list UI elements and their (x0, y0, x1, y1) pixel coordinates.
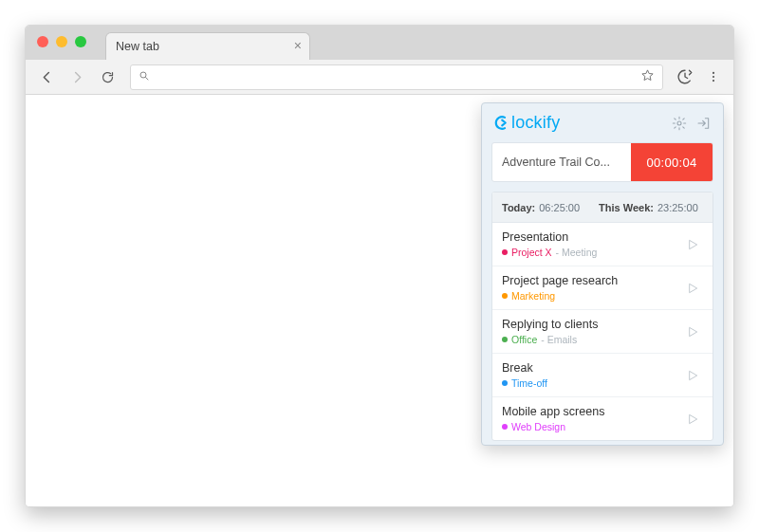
brand-text: lockify (511, 113, 560, 133)
entry-tag: - Emails (541, 334, 577, 345)
browser-window: New tab × (25, 25, 734, 507)
timer-elapsed: 00:00:04 (646, 156, 696, 170)
bookmark-star-icon[interactable] (640, 68, 655, 86)
reload-button[interactable] (94, 64, 120, 90)
entry-meta: Marketing (502, 290, 618, 302)
clockify-logo-icon (493, 115, 509, 131)
address-bar[interactable] (130, 64, 663, 90)
time-entry[interactable]: BreakTime-off (492, 354, 713, 397)
back-button[interactable] (33, 64, 60, 90)
play-entry-button[interactable] (682, 234, 703, 255)
popup-header: lockify (482, 103, 723, 140)
svg-point-1 (713, 72, 714, 74)
today-summary: Today:06:25:00 (502, 202, 580, 213)
entry-title: Project page research (502, 274, 618, 287)
svg-point-4 (677, 121, 681, 125)
close-tab-button[interactable]: × (294, 39, 302, 52)
project-color-dot (502, 380, 508, 386)
tab-title: New tab (116, 40, 159, 53)
time-entry[interactable]: Replying to clientsOffice - Emails (492, 310, 713, 354)
svg-point-2 (713, 76, 714, 78)
svg-point-3 (713, 80, 714, 82)
timer-description[interactable]: Adventure Trail Co... (492, 156, 631, 169)
time-entry[interactable]: Mobile app screensWeb Design (492, 397, 713, 440)
project-color-dot (502, 293, 508, 299)
forward-button[interactable] (64, 64, 90, 90)
play-entry-button[interactable] (682, 321, 703, 342)
stop-timer-button[interactable]: 00:00:04 (631, 143, 713, 181)
page-content: lockify Adventure Trail Co... 00:00:04 (26, 95, 733, 506)
play-entry-button[interactable] (682, 278, 703, 299)
summary-bar: Today:06:25:00 This Week:23:25:00 (492, 193, 713, 223)
settings-gear-icon[interactable] (672, 116, 687, 131)
clockify-popup: lockify Adventure Trail Co... 00:00:04 (481, 102, 724, 446)
project-name: Web Design (511, 421, 565, 432)
time-entry[interactable]: PresentationProject X - Meeting (492, 223, 713, 266)
entry-meta: Office - Emails (502, 334, 598, 345)
close-window-button[interactable] (37, 36, 48, 47)
project-name: Time-off (511, 377, 547, 389)
project-name: Office (511, 334, 537, 345)
browser-toolbar (26, 60, 733, 95)
active-timer-card: Adventure Trail Co... 00:00:04 (491, 142, 713, 182)
play-entry-button[interactable] (682, 409, 703, 430)
project-color-dot (502, 337, 508, 342)
window-controls (37, 36, 86, 47)
logout-icon[interactable] (696, 116, 712, 131)
entry-title: Break (502, 361, 547, 375)
browser-menu-button[interactable] (701, 64, 726, 89)
project-name: Project X (511, 247, 552, 258)
browser-tab[interactable]: New tab × (105, 32, 310, 60)
svg-point-0 (140, 72, 146, 78)
entry-meta: Project X - Meeting (502, 247, 597, 258)
play-entry-button[interactable] (682, 365, 703, 386)
entry-meta: Web Design (502, 421, 604, 432)
clockify-extension-icon[interactable] (673, 64, 697, 89)
url-input[interactable] (157, 70, 633, 84)
tab-strip: New tab × (26, 26, 733, 60)
time-entry[interactable]: Project page researchMarketing (492, 266, 713, 310)
project-color-dot (502, 249, 508, 255)
entry-meta: Time-off (502, 377, 547, 389)
project-name: Marketing (511, 290, 555, 302)
entry-title: Presentation (502, 230, 597, 244)
entry-title: Replying to clients (502, 318, 598, 331)
project-color-dot (502, 424, 508, 430)
entries-section: Today:06:25:00 This Week:23:25:00 Presen… (491, 192, 713, 441)
maximize-window-button[interactable] (75, 36, 86, 47)
entry-title: Mobile app screens (502, 405, 604, 418)
clockify-logo: lockify (493, 113, 560, 133)
entry-tag: - Meeting (556, 247, 598, 258)
search-icon (139, 68, 150, 85)
minimize-window-button[interactable] (56, 36, 67, 47)
week-summary: This Week:23:25:00 (599, 202, 698, 213)
